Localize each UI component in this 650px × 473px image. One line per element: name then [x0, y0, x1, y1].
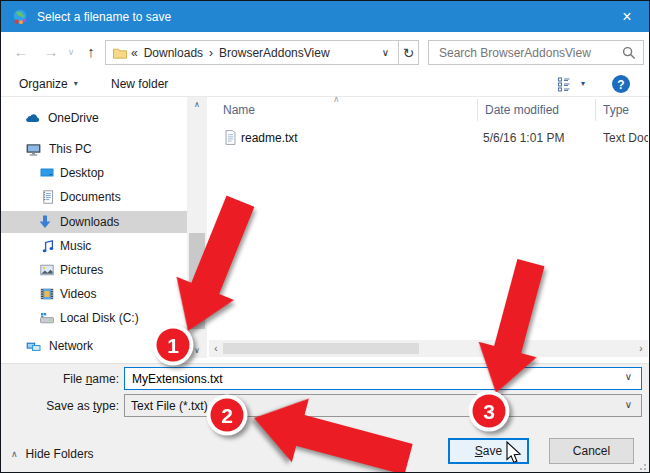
sidebar-item-label: Documents: [60, 190, 121, 204]
new-folder-button[interactable]: New folder: [111, 71, 168, 96]
new-folder-label: New folder: [111, 77, 168, 91]
organize-chevron-icon: ▾: [74, 79, 78, 88]
address-chevron-icon[interactable]: ∨: [382, 47, 389, 58]
local-disk-icon: [39, 310, 55, 326]
scrollbar-thumb[interactable]: [223, 343, 419, 354]
file-name-cell: readme.txt: [241, 131, 298, 145]
downloads-icon: [37, 214, 53, 230]
forward-icon[interactable]: →: [39, 32, 63, 71]
hide-folders-label: Hide Folders: [26, 447, 94, 461]
window-title: Select a filename to save: [37, 10, 171, 24]
hide-folders-button[interactable]: ∧ Hide Folders: [11, 444, 94, 464]
column-divider[interactable]: [595, 99, 596, 121]
file-name-label: File name:: [1, 372, 119, 386]
sidebar-item-music[interactable]: Music: [1, 235, 187, 257]
sort-ascending-icon[interactable]: ∧: [333, 94, 340, 104]
file-name-input[interactable]: [130, 369, 610, 388]
cancel-label: Cancel: [573, 444, 610, 458]
sidebar-item-pictures[interactable]: Pictures: [1, 259, 187, 281]
file-type-cell: Text Docu: [603, 131, 648, 145]
breadcrumb-separator: ›: [209, 46, 213, 60]
onedrive-cloud-icon: [24, 110, 41, 127]
chevron-down-icon[interactable]: ∨: [625, 399, 632, 410]
search-input[interactable]: [437, 42, 615, 63]
file-date-cell: 5/6/16 1:01 PM: [483, 131, 564, 145]
address-bar[interactable]: « Downloads › BrowserAddonsView ∨: [105, 40, 399, 65]
pictures-icon: [39, 262, 55, 278]
this-pc-icon: [25, 141, 42, 158]
sidebar-item-label: This PC: [49, 142, 92, 156]
chevron-down-icon[interactable]: ∨: [625, 371, 632, 382]
sidebar-item-downloads[interactable]: Downloads: [1, 211, 187, 233]
sidebar-item-label: OneDrive: [48, 111, 99, 125]
sidebar-scrollbar[interactable]: ∧ ∨: [187, 97, 207, 358]
cancel-button[interactable]: Cancel: [549, 438, 634, 464]
folder-icon: [112, 45, 128, 61]
breadcrumb-collapsed[interactable]: «: [131, 46, 138, 60]
organize-menu[interactable]: Organize ▾: [19, 71, 78, 96]
sidebar-item-label: Music: [60, 239, 91, 253]
navigation-bar: ← → ∨ ↑ « Downloads › BrowserAddonsView …: [1, 32, 649, 71]
caret-up-icon: ∧: [11, 449, 18, 459]
save-label: Save: [475, 444, 502, 458]
scrollbar-thumb[interactable]: [189, 233, 205, 329]
sidebar-item-documents[interactable]: Documents: [1, 186, 187, 208]
svg-text:?: ?: [617, 77, 624, 91]
organize-label: Organize: [19, 77, 68, 91]
search-icon: [621, 45, 637, 61]
sidebar-item-label: Videos: [60, 287, 96, 301]
column-header-date-modified[interactable]: Date modified: [485, 103, 559, 117]
sidebar-item-local-disk[interactable]: Local Disk (C:): [1, 307, 187, 329]
sidebar-item-this-pc[interactable]: This PC: [1, 138, 187, 160]
documents-icon: [40, 189, 56, 205]
help-button[interactable]: ?: [611, 71, 631, 96]
help-icon: ?: [611, 74, 631, 94]
scroll-right-icon[interactable]: ›: [634, 340, 648, 357]
file-list-pane: ∧ Name Date modified Type readme.txt 5/6…: [209, 97, 648, 363]
sidebar-item-videos[interactable]: Videos: [1, 283, 187, 305]
videos-icon: [39, 286, 55, 302]
sidebar-item-label: Pictures: [60, 263, 103, 277]
view-mode-button[interactable]: ▾: [557, 71, 585, 96]
file-name-combobox[interactable]: ∨: [124, 367, 642, 390]
refresh-button[interactable]: ↻: [398, 40, 419, 65]
resize-grip[interactable]: [638, 462, 646, 470]
file-list-horizontal-scrollbar[interactable]: ‹ ›: [209, 340, 648, 357]
sidebar-item-network[interactable]: Network: [1, 335, 187, 357]
list-view-icon: [557, 76, 575, 92]
sidebar-item-desktop[interactable]: Desktop: [1, 162, 187, 184]
column-header-type[interactable]: Type: [603, 103, 629, 117]
scroll-up-icon[interactable]: ∧: [187, 97, 207, 112]
column-header-name[interactable]: Name: [223, 103, 255, 117]
breadcrumb-parent[interactable]: Downloads: [144, 46, 203, 60]
save-as-type-select[interactable]: Text File (*.txt) ∨: [124, 394, 642, 417]
sidebar-item-label: Downloads: [60, 215, 119, 229]
scroll-down-icon[interactable]: ∨: [187, 343, 207, 358]
network-icon: [25, 338, 42, 355]
text-file-icon: [222, 129, 239, 146]
save-dialog-window: Select a filename to save × ← → ∨ ↑ « Do…: [0, 0, 650, 473]
file-row-readme[interactable]: readme.txt 5/6/16 1:01 PM Text Docu: [209, 127, 648, 149]
desktop-icon: [39, 165, 55, 181]
view-chevron-icon: ▾: [581, 79, 585, 88]
save-button[interactable]: Save: [448, 438, 529, 464]
title-bar: Select a filename to save ×: [1, 1, 649, 32]
dialog-content: OneDrive This PC Desktop: [1, 97, 649, 363]
breadcrumb-current[interactable]: BrowserAddonsView: [219, 46, 330, 60]
close-button[interactable]: ×: [605, 1, 649, 32]
refresh-icon: ↻: [403, 45, 415, 61]
search-box[interactable]: [428, 40, 644, 65]
command-toolbar: Organize ▾ New folder ▾ ?: [1, 71, 649, 97]
music-icon: [40, 238, 56, 254]
footer-panel: File name: ∨ Save as type: Text File (*.…: [1, 363, 649, 473]
column-divider[interactable]: [477, 99, 478, 121]
back-icon[interactable]: ←: [9, 32, 33, 71]
up-icon[interactable]: ↑: [80, 32, 102, 71]
sidebar-item-label: Local Disk (C:): [60, 311, 139, 325]
sidebar-item-label: Desktop: [60, 166, 104, 180]
save-as-type-value: Text File (*.txt): [131, 399, 208, 413]
sidebar-item-onedrive[interactable]: OneDrive: [1, 107, 187, 129]
scroll-left-icon[interactable]: ‹: [209, 340, 223, 357]
sidebar-item-label: Network: [49, 339, 93, 353]
history-chevron-icon[interactable]: ∨: [63, 32, 79, 71]
